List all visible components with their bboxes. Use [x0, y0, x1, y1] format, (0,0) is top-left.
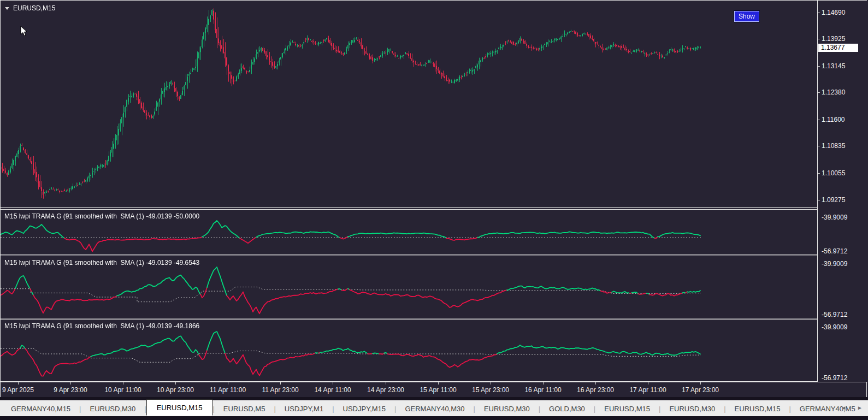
chart-tab-eurusd-m15[interactable]: EURUSD,M15: [146, 399, 213, 416]
time-tick: [333, 382, 333, 384]
chart-tab-bar: GERMANY40,M15|EURUSD,M30|EURUSD,M15|EURU…: [0, 397, 868, 420]
current-price-badge: 1.13677: [818, 44, 858, 52]
chart-tab-gold-m30[interactable]: GOLD,M30: [540, 402, 594, 416]
time-tick: [700, 382, 701, 384]
price-tick: [818, 13, 820, 13]
chart-tab-usdjpy-m1[interactable]: USDJPY,M1: [276, 402, 332, 416]
time-tick: [491, 382, 491, 384]
indicator-tick-label: -56.9712: [822, 374, 847, 382]
indicator-pane-1[interactable]: M15 lwpi TRAMA G (91 smoothed with SMA (…: [1, 209, 817, 255]
price-tick-label: 1.09275: [822, 196, 845, 204]
indicator-pane-3[interactable]: M15 lwpi TRAMA G (91 smoothed with SMA (…: [1, 319, 817, 382]
main-chart-pane[interactable]: EURUSD,M15 Show: [1, 1, 817, 208]
chart-frame: EURUSD,M15 Show M15 lwpi TRAMA G (91 smo…: [0, 0, 867, 397]
chart-tab-germany40-m15[interactable]: GERMANY40,M15: [2, 402, 79, 416]
time-tick-label: 9 Apr 2025: [2, 386, 34, 394]
indicator-tick-label: -56.9712: [822, 311, 847, 318]
indicator-tick-label: -39.9009: [822, 323, 847, 331]
time-tick-label: 17 Apr 23:00: [682, 386, 719, 394]
tab-scroll-left-icon[interactable]: ◄: [841, 405, 846, 411]
chart-tab-eurusd-m30[interactable]: EURUSD,M30: [475, 402, 539, 416]
time-tick: [18, 382, 19, 384]
chart-window: EURUSD,M15 Show M15 lwpi TRAMA G (91 smo…: [0, 0, 868, 420]
time-tick-label: 15 Apr 11:00: [420, 386, 456, 394]
time-tick: [70, 382, 71, 384]
chart-tab-eurusd-m30[interactable]: EURUSD,M30: [81, 402, 144, 416]
price-tick: [818, 92, 820, 93]
time-tick-label: 16 Apr 11:00: [524, 386, 561, 394]
time-tick-label: 10 Apr 11:00: [104, 386, 141, 394]
main-chart-canvas[interactable]: [1, 1, 817, 207]
price-tick-label: 1.12380: [822, 88, 845, 96]
time-tick-label: 15 Apr 23:00: [472, 386, 509, 394]
symbol-text: EURUSD,M15: [13, 4, 55, 12]
tab-scroll-right-icon[interactable]: ►: [857, 405, 863, 411]
time-tick: [595, 382, 596, 384]
time-tick: [386, 382, 386, 384]
tab-list: GERMANY40,M15|EURUSD,M30|EURUSD,M15|EURU…: [2, 401, 864, 416]
indicator-tick-label: -39.9009: [822, 214, 847, 221]
time-tick-label: 10 Apr 23:00: [157, 386, 194, 394]
time-tick: [123, 382, 123, 384]
tab-row: GERMANY40,M15|EURUSD,M30|EURUSD,M15|EURU…: [0, 400, 868, 416]
indicator-label-1: M15 lwpi TRAMA G (91 smoothed with SMA (…: [4, 212, 199, 220]
chevron-down-icon[interactable]: [5, 7, 9, 10]
time-axis[interactable]: 9 Apr 20259 Apr 23:0010 Apr 11:0010 Apr …: [1, 382, 867, 397]
time-tick-label: 17 Apr 11:00: [629, 386, 666, 394]
indicator-label-2: M15 lwpi TRAMA G (91 smoothed with SMA (…: [4, 259, 199, 267]
indicator-tick-label: -56.9712: [822, 247, 847, 255]
chart-tab-germany40-m30[interactable]: GERMANY40,M30: [396, 402, 473, 416]
time-tick: [280, 382, 281, 384]
chart-tab-usdjpy-m15[interactable]: USDJPY,M15: [334, 402, 395, 416]
time-tick: [228, 382, 228, 384]
chart-tab-eurusd-m15[interactable]: EURUSD,M15: [726, 402, 789, 416]
time-tick-label: 9 Apr 23:00: [54, 386, 87, 394]
time-tick-label: 11 Apr 11:00: [210, 386, 246, 394]
chart-tab-eurusd-m30[interactable]: EURUSD,M30: [660, 402, 724, 416]
chart-tab-eurusd-m5[interactable]: EURUSD,M5: [215, 402, 274, 416]
time-tick: [438, 382, 439, 384]
price-tick-label: 1.14690: [822, 9, 845, 16]
price-tick: [818, 173, 820, 174]
price-tick-label: 1.10835: [822, 142, 845, 150]
indicator-tick-label: -39.9009: [822, 260, 847, 268]
price-tick: [818, 146, 820, 146]
time-tick-label: 16 Apr 23:00: [577, 386, 614, 394]
price-tick-label: 1.10055: [822, 169, 845, 177]
price-scale[interactable]: 1.13677 1.146901.139251.131451.123801.11…: [817, 1, 867, 382]
mouse-cursor-icon: [20, 26, 28, 37]
time-tick-label: 14 Apr 23:00: [367, 386, 404, 394]
time-tick-label: 14 Apr 11:00: [314, 386, 351, 394]
time-tick-label: 11 Apr 23:00: [262, 386, 298, 394]
price-tick: [818, 66, 820, 67]
price-tick: [818, 200, 820, 200]
symbol-label[interactable]: EURUSD,M15: [5, 4, 55, 12]
time-tick: [543, 382, 544, 384]
price-tick-label: 1.13145: [822, 62, 845, 70]
time-tick: [175, 382, 176, 384]
price-tick: [818, 39, 820, 39]
price-tick: [818, 120, 820, 120]
tab-arrows: ◄ ►: [841, 405, 863, 411]
indicator-label-3: M15 lwpi TRAMA G (91 smoothed with SMA (…: [4, 322, 199, 330]
price-tick-label: 1.13925: [822, 35, 845, 43]
chart-tab-eurusd-m15[interactable]: EURUSD,M15: [595, 402, 659, 416]
indicator-pane-2[interactable]: M15 lwpi TRAMA G (91 smoothed with SMA (…: [1, 256, 817, 318]
show-button[interactable]: Show: [734, 11, 759, 22]
time-tick: [648, 382, 648, 384]
price-tick-label: 1.11600: [822, 116, 845, 123]
